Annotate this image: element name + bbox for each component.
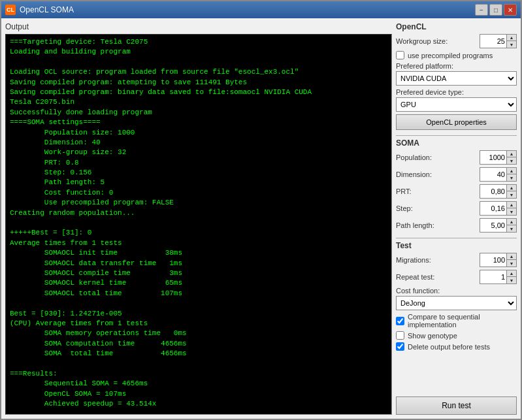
path-length-up-button[interactable]: ▲ <box>507 219 516 225</box>
minimize-button[interactable]: − <box>475 4 488 16</box>
left-panel: Output ===Targeting device: Tesla C2075 … <box>5 22 392 415</box>
migrations-label: Migrations: <box>396 256 431 264</box>
population-label: Population: <box>396 153 432 161</box>
dimension-label: Dimension: <box>396 170 432 178</box>
close-button[interactable]: ✕ <box>504 4 517 16</box>
prt-input[interactable] <box>480 185 506 198</box>
migrations-down-button[interactable]: ▼ <box>507 260 516 267</box>
opencl-properties-button[interactable]: OpenCL properties <box>396 114 517 130</box>
workgroup-input[interactable] <box>480 35 506 48</box>
repeat-test-label: Repeat test: <box>396 273 434 281</box>
dimension-row: Dimension: ▲ ▼ <box>396 167 517 182</box>
run-btn-container: Run test <box>396 391 517 415</box>
prt-down-button[interactable]: ▼ <box>507 191 516 198</box>
workgroup-down-button[interactable]: ▼ <box>507 41 516 48</box>
population-spinner: ▲ ▼ <box>480 150 517 165</box>
compare-label: Compare to sequential implementation <box>408 313 517 329</box>
precompiled-row: use precompiled programs <box>396 51 517 59</box>
compare-row: Compare to sequential implementation <box>396 313 517 329</box>
delete-output-row: Delete output before tests <box>396 342 517 351</box>
migrations-spinner-buttons: ▲ ▼ <box>506 253 516 267</box>
step-up-button[interactable]: ▲ <box>507 202 516 208</box>
repeat-test-spinner: ▲ ▼ <box>480 270 517 284</box>
step-row: Step: ▲ ▼ <box>396 201 517 216</box>
platform-container: Prefered platform: NVIDIA CUDA Intel AMD <box>396 62 517 86</box>
path-length-label: Path length: <box>396 221 434 229</box>
device-type-container: Prefered device type: GPU CPU ALL <box>396 88 517 112</box>
show-genotype-checkbox[interactable] <box>396 331 404 340</box>
migrations-input[interactable] <box>480 253 506 267</box>
path-length-spinner-buttons: ▲ ▼ <box>506 219 516 232</box>
test-section-title: Test <box>396 241 517 250</box>
prt-up-button[interactable]: ▲ <box>507 185 516 191</box>
population-down-button[interactable]: ▼ <box>507 157 516 164</box>
migrations-up-button[interactable]: ▲ <box>507 253 516 260</box>
population-row: Population: ▲ ▼ <box>396 150 517 165</box>
workgroup-up-button[interactable]: ▲ <box>507 35 516 41</box>
output-console[interactable]: ===Targeting device: Tesla C2075 Loading… <box>5 34 392 415</box>
path-length-down-button[interactable]: ▼ <box>507 225 516 232</box>
run-test-button[interactable]: Run test <box>396 396 517 415</box>
cost-function-container: Cost function: DeJong Schwefel Rastrigin… <box>396 287 517 310</box>
right-panel-inner: OpenCL Workgroup size: ▲ ▼ use precompil… <box>396 22 517 415</box>
path-length-spinner: ▲ ▼ <box>480 218 517 233</box>
prt-label: PRT: <box>396 187 412 195</box>
dimension-spinner-buttons: ▲ ▼ <box>506 168 516 181</box>
repeat-test-input[interactable] <box>480 270 506 283</box>
step-down-button[interactable]: ▼ <box>507 208 516 215</box>
workgroup-row: Workgroup size: ▲ ▼ <box>396 34 517 48</box>
population-input[interactable] <box>480 151 506 164</box>
step-spinner-buttons: ▲ ▼ <box>506 202 516 215</box>
show-genotype-label: Show genotype <box>408 332 457 340</box>
prt-row: PRT: ▲ ▼ <box>396 184 517 199</box>
population-spinner-buttons: ▲ ▼ <box>506 151 516 164</box>
workgroup-label: Workgroup size: <box>396 37 448 45</box>
device-type-label: Prefered device type: <box>396 88 517 96</box>
step-input[interactable] <box>480 202 506 215</box>
migrations-row: Migrations: ▲ ▼ <box>396 253 517 267</box>
compare-checkbox[interactable] <box>396 317 404 325</box>
title-bar-left: CL OpenCL SOMA <box>5 5 74 15</box>
repeat-test-up-button[interactable]: ▲ <box>507 270 516 277</box>
platform-label: Prefered platform: <box>396 62 517 70</box>
precompiled-checkbox[interactable] <box>396 51 404 59</box>
divider-2 <box>396 238 517 238</box>
population-up-button[interactable]: ▲ <box>507 151 516 157</box>
cost-function-select[interactable]: DeJong Schwefel Rastrigin Ackley <box>396 296 517 310</box>
maximize-button[interactable]: □ <box>489 4 502 16</box>
repeat-test-row: Repeat test: ▲ ▼ <box>396 270 517 284</box>
workgroup-spinner-buttons: ▲ ▼ <box>506 35 516 48</box>
divider-1 <box>396 135 517 136</box>
delete-output-checkbox[interactable] <box>396 342 404 351</box>
window-title: OpenCL SOMA <box>20 5 74 14</box>
repeat-test-down-button[interactable]: ▼ <box>507 277 516 283</box>
output-label: Output <box>5 22 392 31</box>
opencl-section-title: OpenCL <box>396 22 517 31</box>
soma-section-title: SOMA <box>396 138 517 148</box>
device-type-select[interactable]: GPU CPU ALL <box>396 97 517 112</box>
dimension-down-button[interactable]: ▼ <box>507 174 516 181</box>
dimension-spinner: ▲ ▼ <box>480 167 517 182</box>
title-bar: CL OpenCL SOMA − □ ✕ <box>1 1 521 18</box>
app-icon: CL <box>5 5 16 15</box>
title-buttons: − □ ✕ <box>475 4 517 16</box>
repeat-test-spinner-buttons: ▲ ▼ <box>506 270 516 283</box>
cost-function-label: Cost function: <box>396 287 517 295</box>
dimension-input[interactable] <box>480 168 506 181</box>
delete-output-label: Delete output before tests <box>408 343 490 351</box>
workgroup-spinner: ▲ ▼ <box>480 34 517 48</box>
step-spinner: ▲ ▼ <box>480 201 517 216</box>
main-content: Output ===Targeting device: Tesla C2075 … <box>1 18 521 419</box>
prt-spinner-buttons: ▲ ▼ <box>506 185 516 198</box>
main-window: CL OpenCL SOMA − □ ✕ Output ===Targeting… <box>0 0 522 420</box>
migrations-spinner: ▲ ▼ <box>480 253 517 267</box>
dimension-up-button[interactable]: ▲ <box>507 168 516 174</box>
show-genotype-row: Show genotype <box>396 331 517 340</box>
right-panel: OpenCL Workgroup size: ▲ ▼ use precompil… <box>396 22 517 415</box>
step-label: Step: <box>396 204 413 212</box>
precompiled-label: use precompiled programs <box>408 52 493 59</box>
platform-select[interactable]: NVIDIA CUDA Intel AMD <box>396 71 517 86</box>
path-length-input[interactable] <box>480 219 506 232</box>
path-length-row: Path length: ▲ ▼ <box>396 218 517 233</box>
prt-spinner: ▲ ▼ <box>480 184 517 199</box>
